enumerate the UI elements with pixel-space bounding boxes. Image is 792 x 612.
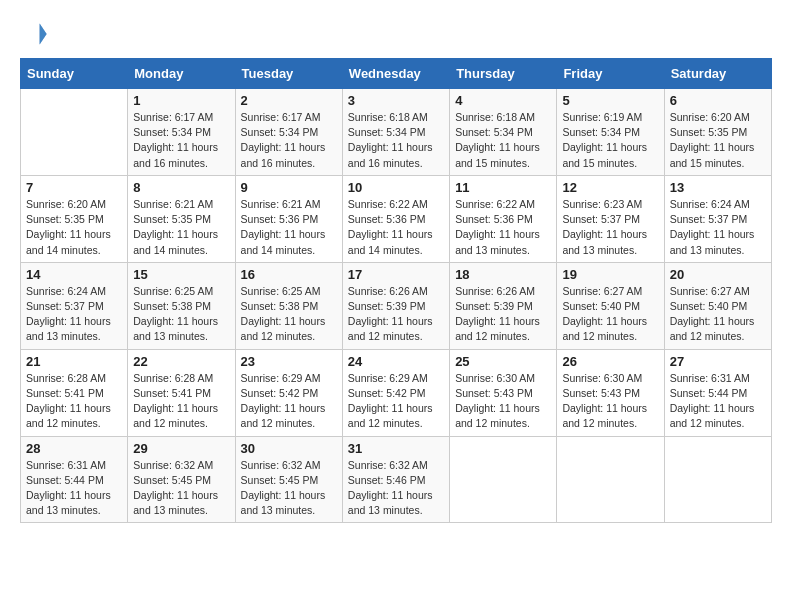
day-info: Sunrise: 6:29 AMSunset: 5:42 PMDaylight:… — [241, 371, 337, 432]
calendar-cell: 26Sunrise: 6:30 AMSunset: 5:43 PMDayligh… — [557, 349, 664, 436]
day-number: 19 — [562, 267, 658, 282]
day-info: Sunrise: 6:32 AMSunset: 5:46 PMDaylight:… — [348, 458, 444, 519]
day-number: 30 — [241, 441, 337, 456]
calendar-cell: 29Sunrise: 6:32 AMSunset: 5:45 PMDayligh… — [128, 436, 235, 523]
calendar-cell: 9Sunrise: 6:21 AMSunset: 5:36 PMDaylight… — [235, 175, 342, 262]
day-number: 26 — [562, 354, 658, 369]
calendar-week-row: 14Sunrise: 6:24 AMSunset: 5:37 PMDayligh… — [21, 262, 772, 349]
day-info: Sunrise: 6:17 AMSunset: 5:34 PMDaylight:… — [133, 110, 229, 171]
day-number: 12 — [562, 180, 658, 195]
day-number: 2 — [241, 93, 337, 108]
calendar-cell: 18Sunrise: 6:26 AMSunset: 5:39 PMDayligh… — [450, 262, 557, 349]
calendar-cell: 28Sunrise: 6:31 AMSunset: 5:44 PMDayligh… — [21, 436, 128, 523]
calendar-cell: 31Sunrise: 6:32 AMSunset: 5:46 PMDayligh… — [342, 436, 449, 523]
day-number: 18 — [455, 267, 551, 282]
day-number: 31 — [348, 441, 444, 456]
day-info: Sunrise: 6:32 AMSunset: 5:45 PMDaylight:… — [133, 458, 229, 519]
day-info: Sunrise: 6:26 AMSunset: 5:39 PMDaylight:… — [455, 284, 551, 345]
day-number: 15 — [133, 267, 229, 282]
day-of-week-header: Wednesday — [342, 59, 449, 89]
day-number: 6 — [670, 93, 766, 108]
day-info: Sunrise: 6:25 AMSunset: 5:38 PMDaylight:… — [133, 284, 229, 345]
calendar-week-row: 21Sunrise: 6:28 AMSunset: 5:41 PMDayligh… — [21, 349, 772, 436]
calendar-cell: 25Sunrise: 6:30 AMSunset: 5:43 PMDayligh… — [450, 349, 557, 436]
day-info: Sunrise: 6:31 AMSunset: 5:44 PMDaylight:… — [26, 458, 122, 519]
day-of-week-header: Saturday — [664, 59, 771, 89]
calendar-table: SundayMondayTuesdayWednesdayThursdayFrid… — [20, 58, 772, 523]
calendar-cell: 10Sunrise: 6:22 AMSunset: 5:36 PMDayligh… — [342, 175, 449, 262]
calendar-cell: 8Sunrise: 6:21 AMSunset: 5:35 PMDaylight… — [128, 175, 235, 262]
page-header — [20, 20, 772, 48]
calendar-cell: 13Sunrise: 6:24 AMSunset: 5:37 PMDayligh… — [664, 175, 771, 262]
day-info: Sunrise: 6:30 AMSunset: 5:43 PMDaylight:… — [455, 371, 551, 432]
day-info: Sunrise: 6:19 AMSunset: 5:34 PMDaylight:… — [562, 110, 658, 171]
calendar-cell: 23Sunrise: 6:29 AMSunset: 5:42 PMDayligh… — [235, 349, 342, 436]
calendar-cell: 1Sunrise: 6:17 AMSunset: 5:34 PMDaylight… — [128, 89, 235, 176]
calendar-cell: 17Sunrise: 6:26 AMSunset: 5:39 PMDayligh… — [342, 262, 449, 349]
day-number: 14 — [26, 267, 122, 282]
calendar-cell: 6Sunrise: 6:20 AMSunset: 5:35 PMDaylight… — [664, 89, 771, 176]
day-info: Sunrise: 6:26 AMSunset: 5:39 PMDaylight:… — [348, 284, 444, 345]
calendar-cell: 22Sunrise: 6:28 AMSunset: 5:41 PMDayligh… — [128, 349, 235, 436]
calendar-cell: 2Sunrise: 6:17 AMSunset: 5:34 PMDaylight… — [235, 89, 342, 176]
day-number: 5 — [562, 93, 658, 108]
day-info: Sunrise: 6:32 AMSunset: 5:45 PMDaylight:… — [241, 458, 337, 519]
day-info: Sunrise: 6:21 AMSunset: 5:36 PMDaylight:… — [241, 197, 337, 258]
day-number: 8 — [133, 180, 229, 195]
calendar-cell: 7Sunrise: 6:20 AMSunset: 5:35 PMDaylight… — [21, 175, 128, 262]
calendar-cell: 12Sunrise: 6:23 AMSunset: 5:37 PMDayligh… — [557, 175, 664, 262]
logo — [20, 20, 52, 48]
logo-icon — [20, 20, 48, 48]
day-info: Sunrise: 6:27 AMSunset: 5:40 PMDaylight:… — [670, 284, 766, 345]
day-info: Sunrise: 6:28 AMSunset: 5:41 PMDaylight:… — [26, 371, 122, 432]
day-number: 4 — [455, 93, 551, 108]
day-number: 7 — [26, 180, 122, 195]
calendar-cell — [664, 436, 771, 523]
calendar-cell: 16Sunrise: 6:25 AMSunset: 5:38 PMDayligh… — [235, 262, 342, 349]
calendar-cell: 15Sunrise: 6:25 AMSunset: 5:38 PMDayligh… — [128, 262, 235, 349]
calendar-cell: 19Sunrise: 6:27 AMSunset: 5:40 PMDayligh… — [557, 262, 664, 349]
day-info: Sunrise: 6:18 AMSunset: 5:34 PMDaylight:… — [455, 110, 551, 171]
calendar-cell: 3Sunrise: 6:18 AMSunset: 5:34 PMDaylight… — [342, 89, 449, 176]
day-number: 24 — [348, 354, 444, 369]
day-info: Sunrise: 6:21 AMSunset: 5:35 PMDaylight:… — [133, 197, 229, 258]
day-number: 21 — [26, 354, 122, 369]
calendar-cell: 14Sunrise: 6:24 AMSunset: 5:37 PMDayligh… — [21, 262, 128, 349]
day-info: Sunrise: 6:18 AMSunset: 5:34 PMDaylight:… — [348, 110, 444, 171]
day-info: Sunrise: 6:24 AMSunset: 5:37 PMDaylight:… — [670, 197, 766, 258]
calendar-week-row: 1Sunrise: 6:17 AMSunset: 5:34 PMDaylight… — [21, 89, 772, 176]
day-of-week-header: Sunday — [21, 59, 128, 89]
day-info: Sunrise: 6:20 AMSunset: 5:35 PMDaylight:… — [26, 197, 122, 258]
day-info: Sunrise: 6:29 AMSunset: 5:42 PMDaylight:… — [348, 371, 444, 432]
calendar-cell: 30Sunrise: 6:32 AMSunset: 5:45 PMDayligh… — [235, 436, 342, 523]
calendar-header-row: SundayMondayTuesdayWednesdayThursdayFrid… — [21, 59, 772, 89]
calendar-cell: 11Sunrise: 6:22 AMSunset: 5:36 PMDayligh… — [450, 175, 557, 262]
calendar-cell: 20Sunrise: 6:27 AMSunset: 5:40 PMDayligh… — [664, 262, 771, 349]
day-info: Sunrise: 6:24 AMSunset: 5:37 PMDaylight:… — [26, 284, 122, 345]
calendar-cell — [557, 436, 664, 523]
day-info: Sunrise: 6:27 AMSunset: 5:40 PMDaylight:… — [562, 284, 658, 345]
day-number: 10 — [348, 180, 444, 195]
calendar-cell: 27Sunrise: 6:31 AMSunset: 5:44 PMDayligh… — [664, 349, 771, 436]
day-info: Sunrise: 6:25 AMSunset: 5:38 PMDaylight:… — [241, 284, 337, 345]
calendar-week-row: 7Sunrise: 6:20 AMSunset: 5:35 PMDaylight… — [21, 175, 772, 262]
day-of-week-header: Thursday — [450, 59, 557, 89]
calendar-cell: 5Sunrise: 6:19 AMSunset: 5:34 PMDaylight… — [557, 89, 664, 176]
day-number: 23 — [241, 354, 337, 369]
day-number: 1 — [133, 93, 229, 108]
day-number: 28 — [26, 441, 122, 456]
calendar-cell: 24Sunrise: 6:29 AMSunset: 5:42 PMDayligh… — [342, 349, 449, 436]
day-number: 11 — [455, 180, 551, 195]
calendar-week-row: 28Sunrise: 6:31 AMSunset: 5:44 PMDayligh… — [21, 436, 772, 523]
day-number: 13 — [670, 180, 766, 195]
day-info: Sunrise: 6:28 AMSunset: 5:41 PMDaylight:… — [133, 371, 229, 432]
day-number: 25 — [455, 354, 551, 369]
calendar-cell: 21Sunrise: 6:28 AMSunset: 5:41 PMDayligh… — [21, 349, 128, 436]
day-info: Sunrise: 6:20 AMSunset: 5:35 PMDaylight:… — [670, 110, 766, 171]
day-number: 9 — [241, 180, 337, 195]
day-info: Sunrise: 6:31 AMSunset: 5:44 PMDaylight:… — [670, 371, 766, 432]
day-of-week-header: Friday — [557, 59, 664, 89]
day-number: 17 — [348, 267, 444, 282]
day-of-week-header: Monday — [128, 59, 235, 89]
day-info: Sunrise: 6:30 AMSunset: 5:43 PMDaylight:… — [562, 371, 658, 432]
